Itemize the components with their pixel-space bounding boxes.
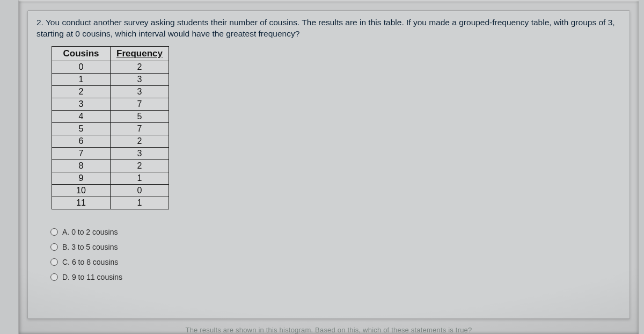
col-header-cousins: Cousins [52, 46, 111, 61]
radio-icon[interactable] [50, 243, 58, 251]
table-cell: 2 [52, 85, 111, 98]
choice-label: A. 0 to 2 cousins [62, 228, 118, 236]
table-row: 57 [52, 122, 169, 135]
table-cell: 4 [52, 110, 111, 122]
table-cell: 3 [111, 73, 169, 85]
table-cell: 2 [111, 159, 169, 172]
choice-b[interactable]: B. 3 to 5 cousins [50, 243, 621, 251]
question-card: 2. You conduct another survey asking stu… [27, 10, 630, 319]
answer-choices: A. 0 to 2 cousins B. 3 to 5 cousins C. 6… [50, 228, 621, 281]
table-cell: 1 [111, 172, 169, 184]
table-cell: 0 [111, 184, 169, 197]
table-cell: 3 [111, 85, 169, 98]
choice-d[interactable]: D. 9 to 11 cousins [50, 273, 621, 281]
table-cell: 3 [111, 147, 169, 159]
radio-icon[interactable] [50, 273, 58, 281]
choice-label: B. 3 to 5 cousins [62, 243, 118, 251]
table-cell: 2 [111, 135, 169, 147]
table-row: 23 [52, 85, 169, 98]
table-header-row: Cousins Frequency [52, 46, 169, 61]
table-cell: 8 [52, 159, 111, 172]
table-row: 62 [52, 135, 169, 147]
table-cell: 6 [52, 135, 111, 147]
frequency-table: Cousins Frequency 02 13 23 37 45 57 62 7… [52, 46, 169, 209]
table-cell: 5 [52, 122, 111, 135]
choice-c[interactable]: C. 6 to 8 cousins [50, 258, 621, 266]
table-cell: 5 [111, 110, 169, 122]
table-row: 37 [52, 98, 169, 110]
table-row: 100 [52, 184, 169, 197]
table-row: 45 [52, 110, 169, 122]
table-row: 91 [52, 172, 169, 184]
choice-a[interactable]: A. 0 to 2 cousins [50, 228, 621, 236]
table-cell: 10 [52, 184, 111, 197]
table-cell: 7 [111, 122, 169, 135]
table-cell: 0 [52, 61, 111, 73]
table-row: 111 [52, 197, 169, 209]
table-cell: 1 [52, 73, 111, 85]
next-question-fragment: The results are shown in this histogram.… [19, 326, 639, 334]
table-cell: 7 [52, 147, 111, 159]
table-cell: 11 [52, 197, 111, 209]
table-cell: 9 [52, 172, 111, 184]
question-text: 2. You conduct another survey asking stu… [36, 17, 621, 40]
table-cell: 2 [111, 61, 169, 73]
radio-icon[interactable] [50, 258, 58, 266]
choice-label: C. 6 to 8 cousins [62, 258, 118, 266]
table-cell: 3 [52, 98, 111, 110]
table-cell: 7 [111, 98, 169, 110]
page-frame: 2. You conduct another survey asking stu… [18, 0, 639, 334]
table-row: 02 [52, 61, 169, 73]
table-row: 13 [52, 73, 169, 85]
table-row: 73 [52, 147, 169, 159]
table-cell: 1 [111, 197, 169, 209]
table-row: 82 [52, 159, 169, 172]
col-header-frequency: Frequency [111, 46, 169, 61]
choice-label: D. 9 to 11 cousins [62, 273, 122, 281]
radio-icon[interactable] [50, 228, 58, 236]
